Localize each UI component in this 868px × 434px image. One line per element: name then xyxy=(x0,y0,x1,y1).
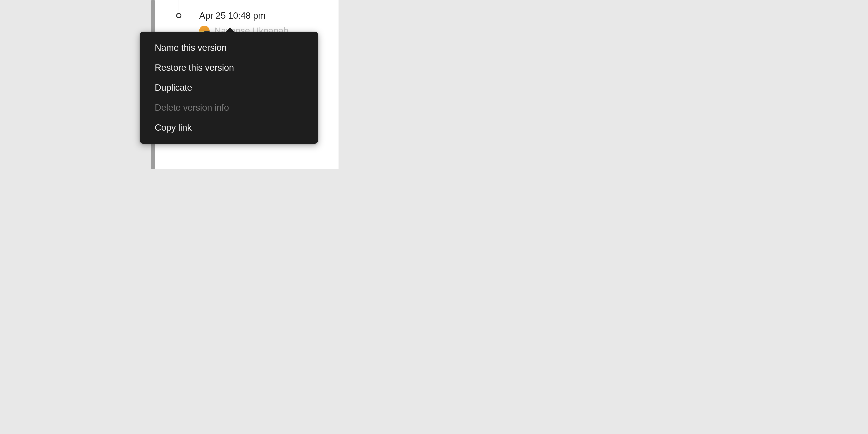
context-menu-caret-icon xyxy=(226,27,235,32)
menu-item-copy-link[interactable]: Copy link xyxy=(140,118,318,137)
menu-item-restore-version[interactable]: Restore this version xyxy=(140,58,318,78)
timeline-line xyxy=(179,0,179,12)
timeline-dot-icon xyxy=(176,13,181,18)
menu-item-duplicate[interactable]: Duplicate xyxy=(140,78,318,98)
menu-item-delete-version-info: Delete version info xyxy=(140,98,318,118)
canvas-area xyxy=(0,0,151,169)
version-context-menu: Name this version Restore this version D… xyxy=(140,32,318,144)
menu-item-name-version[interactable]: Name this version xyxy=(140,38,318,58)
version-timestamp[interactable]: Apr 25 10:48 pm xyxy=(199,10,266,21)
